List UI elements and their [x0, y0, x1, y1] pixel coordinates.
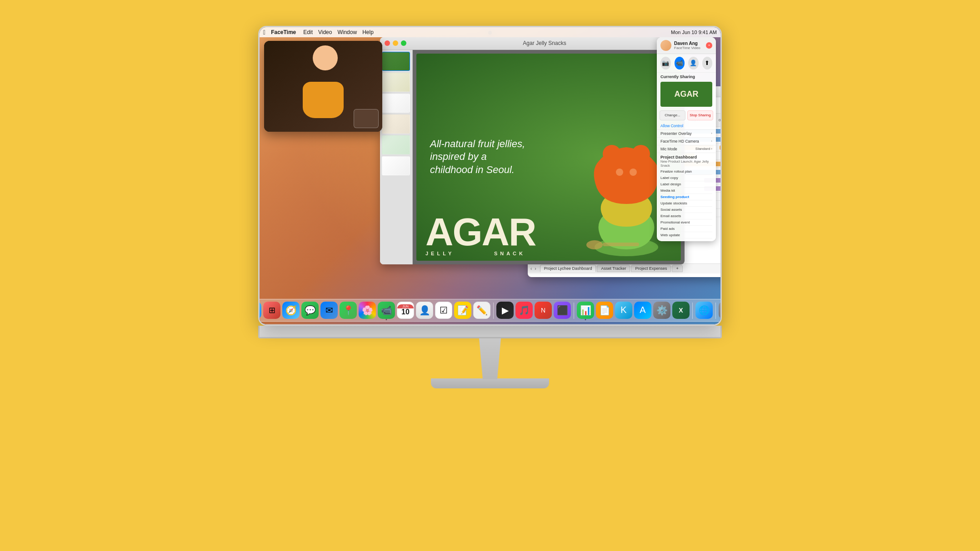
menubar-app-name: FaceTime: [271, 29, 296, 35]
camera-chevron: ›: [711, 139, 712, 143]
dock-app-safari[interactable]: 🧭: [282, 302, 300, 319]
task-item-email[interactable]: Email assets: [660, 213, 712, 219]
slide-thumb-1[interactable]: [382, 52, 410, 71]
dock-app-finder[interactable]: 🙂: [260, 302, 261, 319]
menubar-item-video[interactable]: Video: [318, 29, 332, 35]
dock-app-tv[interactable]: ▶: [496, 302, 514, 319]
minimize-button[interactable]: [393, 40, 398, 46]
project-section: Project Dashboard New Product Launch: Ag…: [657, 153, 716, 169]
sharing-preview: AGAR: [660, 82, 712, 107]
menubar-items: Edit Video Window Help: [303, 29, 374, 35]
mic-mode-item[interactable]: Mic Mode Standard ›: [657, 145, 716, 153]
dock-app-navi[interactable]: ⬛: [554, 302, 571, 319]
menubar-item-help[interactable]: Help: [362, 29, 374, 35]
dock-app-excel[interactable]: X: [672, 302, 690, 319]
task-item-web[interactable]: Web update: [660, 232, 712, 238]
freeform-icon: ✏️: [476, 305, 488, 316]
slide-thumb-5[interactable]: [382, 135, 410, 154]
facetime-window: [264, 41, 382, 132]
notes-icon: 📝: [457, 305, 469, 316]
tab-project-dashboard[interactable]: Project Lychee Dashboard: [540, 265, 596, 272]
agar-large-text: AGAR: [425, 216, 535, 248]
facetime-close-button[interactable]: ×: [706, 42, 712, 49]
task-item-labelcopy[interactable]: Label copy: [660, 175, 712, 181]
presenter-overlay-item[interactable]: Presenter Overlay ›: [657, 130, 716, 138]
task-item-seeding[interactable]: Seeding product: [660, 194, 712, 200]
dock-app-reminders[interactable]: ☑: [435, 302, 452, 319]
arc-icon: 🌐: [699, 305, 710, 316]
dock-app-maps[interactable]: 📍: [340, 302, 357, 319]
slide-thumb-4[interactable]: [382, 114, 410, 134]
allow-control-item[interactable]: Allow Control: [657, 122, 716, 130]
pages-icon: 📄: [599, 305, 610, 316]
excel-icon: X: [679, 307, 683, 314]
dock-app-facetime[interactable]: 📹: [378, 302, 395, 319]
menubar-item-edit[interactable]: Edit: [303, 29, 313, 35]
dock-app-freeform[interactable]: ✏️: [473, 302, 490, 319]
photos-icon: 🌸: [362, 305, 373, 316]
task-item-social[interactable]: Social assets: [660, 207, 712, 213]
dock-app-trash[interactable]: 🗑: [719, 302, 720, 319]
keynote-window[interactable]: Agar Jelly Snacks: [380, 37, 685, 264]
imac-stand-base: [431, 378, 549, 388]
allow-control-label: Allow Control: [660, 124, 683, 128]
caller-subtitle: FaceTime Video: [674, 46, 700, 50]
facetime-active-dot: [386, 319, 387, 320]
tab-add-sheet[interactable]: +: [672, 265, 682, 272]
dock-app-appstore[interactable]: A: [634, 302, 651, 319]
slide-thumb-3[interactable]: [382, 94, 410, 113]
task-item-mediakit[interactable]: Media kit: [660, 188, 712, 194]
task-item-finalize[interactable]: Finalize rollout plan: [660, 169, 712, 175]
task-item-promo[interactable]: Promotional event: [660, 219, 712, 226]
dock-app-messages[interactable]: 💬: [301, 302, 319, 319]
mic-mode-value-text: Standard: [695, 147, 710, 151]
contacts-icon: 👤: [419, 305, 430, 316]
facetime-person-btn[interactable]: 👤: [688, 57, 699, 69]
agar-brand-text: AGAR JELLY SNACK: [425, 216, 535, 256]
dock-app-numbers[interactable]: 📊: [577, 302, 594, 319]
dock-app-notes[interactable]: 📝: [454, 302, 471, 319]
svg-point-4: [630, 169, 637, 176]
task-item-paidads[interactable]: Paid ads: [660, 226, 712, 232]
close-button[interactable]: [385, 40, 390, 46]
dock-divider-1: [493, 303, 494, 319]
dock-app-pages[interactable]: 📄: [596, 302, 613, 319]
snack-label: SNACK: [494, 251, 525, 256]
slide-thumb-2[interactable]: [382, 73, 410, 92]
news-icon: N: [541, 307, 545, 314]
apple-logo-icon: : [263, 29, 265, 36]
dock-app-calendar[interactable]: JUN 10: [397, 302, 414, 319]
svg-point-3: [616, 169, 623, 176]
tab-asset-tracker[interactable]: Asset Tracker: [597, 265, 630, 272]
safari-icon: 🧭: [285, 305, 297, 316]
task-item-labeldesign[interactable]: Label design: [660, 181, 712, 188]
change-button[interactable]: Change...: [660, 110, 685, 120]
dock-app-news[interactable]: N: [535, 302, 552, 319]
dock-divider-2: [574, 303, 574, 319]
dock-app-launchpad[interactable]: ⊞: [263, 302, 280, 319]
sharing-preview-text: AGAR: [675, 89, 699, 99]
facetime-camera-btn[interactable]: 📷: [660, 57, 671, 69]
dock-app-music[interactable]: 🎵: [515, 302, 533, 319]
dock-app-photos[interactable]: 🌸: [359, 302, 376, 319]
sheet-nav-left[interactable]: ‹: [530, 266, 532, 271]
facetime-pip: [354, 109, 379, 128]
keynote-titlebar: Agar Jelly Snacks: [380, 37, 685, 50]
dock-app-mail[interactable]: ✉: [320, 302, 338, 319]
dock-app-system-prefs[interactable]: ⚙️: [653, 302, 670, 319]
keynote-sidebar: [380, 50, 413, 264]
task-list: Finalize rollout plan Label copy Label d…: [657, 169, 716, 241]
maximize-button[interactable]: [401, 40, 406, 46]
dock-app-arc[interactable]: 🌐: [695, 302, 713, 319]
slide-thumb-6[interactable]: [382, 156, 410, 175]
stop-sharing-button[interactable]: Stop Sharing: [687, 110, 713, 120]
menubar-item-window[interactable]: Window: [337, 29, 357, 35]
facetime-share-btn[interactable]: ⬆: [702, 57, 713, 69]
dock-app-contacts[interactable]: 👤: [416, 302, 433, 319]
task-item-stockists[interactable]: Update stockists: [660, 200, 712, 207]
sheet-nav-right[interactable]: ›: [535, 266, 536, 271]
facetime-camera-item[interactable]: FaceTime HD Camera ›: [657, 138, 716, 145]
facetime-video-btn[interactable]: 📹: [675, 57, 685, 69]
dock-app-keynote[interactable]: K: [615, 302, 632, 319]
tab-project-expenses[interactable]: Project Expenses: [631, 265, 671, 272]
